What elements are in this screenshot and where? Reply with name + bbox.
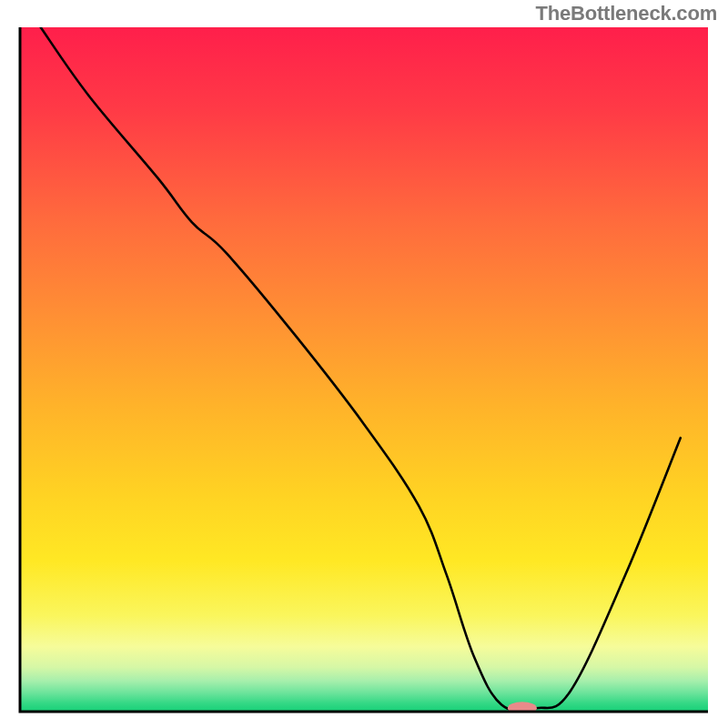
chart-container: { "watermark": "TheBottleneck.com", "cha… — [0, 0, 728, 728]
gradient-background — [20, 27, 708, 712]
watermark-text: TheBottleneck.com — [535, 2, 717, 25]
bottleneck-chart — [0, 0, 728, 728]
